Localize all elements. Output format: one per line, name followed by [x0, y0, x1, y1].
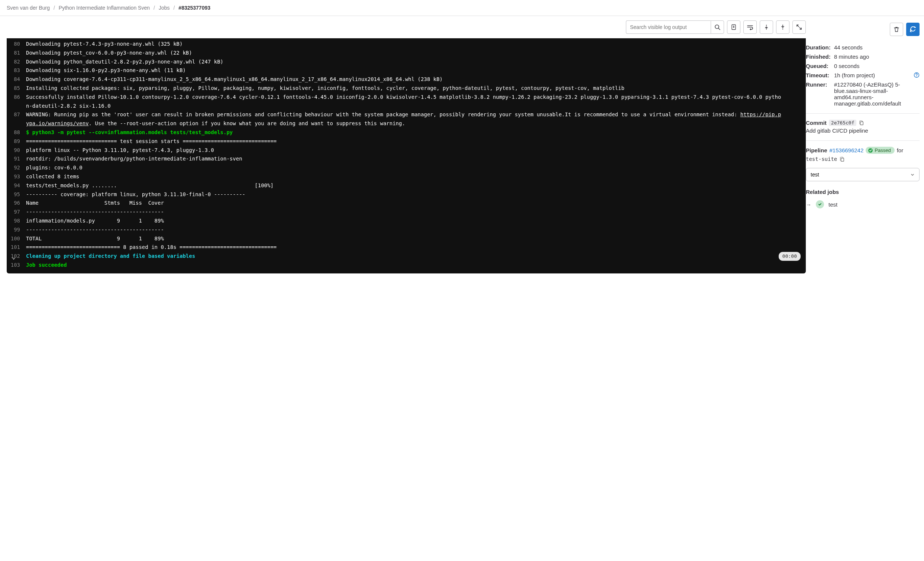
breadcrumb-sep: /	[54, 5, 55, 11]
line-number[interactable]: 93	[10, 172, 26, 181]
log-toolbar	[7, 16, 806, 38]
log-line: 100TOTAL 9 1 89%	[7, 235, 806, 243]
duration-badge: 00:00	[778, 252, 801, 261]
log-line: 101============================== 8 pass…	[7, 243, 806, 252]
log-text: TOTAL 9 1 89%	[26, 235, 186, 243]
log-line: 96Name Stmts Miss Cover	[7, 199, 806, 208]
svg-point-4	[782, 28, 783, 29]
queued-label: Queued:	[806, 63, 832, 69]
svg-line-1	[718, 28, 720, 30]
line-number[interactable]: 88	[10, 128, 26, 137]
commit-sha[interactable]: 2e765c0f	[829, 120, 857, 126]
log-text: Installing collected packages: six, pypa…	[26, 84, 647, 93]
check-icon	[818, 202, 822, 206]
log-line: 93collected 8 items	[7, 172, 806, 181]
timeout-label: Timeout:	[806, 72, 832, 78]
line-number[interactable]: 86	[10, 93, 26, 111]
log-text: Downloading pytest_cov-6.0.0-py3-none-an…	[26, 49, 214, 58]
line-number[interactable]: 81	[10, 49, 26, 58]
log-line: 91rootdir: /builds/svenvanderburg/python…	[7, 154, 806, 163]
pipeline-link[interactable]: #1536696242	[830, 147, 864, 153]
log-output[interactable]: 80Downloading pytest-7.4.3-py3-none-any.…	[7, 38, 806, 274]
log-text: collected 8 items	[26, 172, 102, 181]
log-line: 99--------------------------------------…	[7, 226, 806, 235]
pipeline-label: Pipeline	[806, 147, 827, 153]
download-raw-button[interactable]	[727, 21, 740, 34]
log-text: inflammation/models.py 9 1 89%	[26, 217, 186, 226]
queued-value: 0 seconds	[834, 63, 920, 69]
log-link[interactable]: https://pip.pypa.io/warnings/venv	[26, 111, 781, 126]
line-number[interactable]: 89	[10, 137, 26, 146]
breadcrumb-owner[interactable]: Sven van der Burg	[7, 5, 50, 11]
retry-job-button[interactable]	[906, 22, 920, 36]
line-number[interactable]: 91	[10, 154, 26, 163]
line-number[interactable]: 100	[10, 235, 26, 243]
search-button[interactable]	[711, 21, 724, 34]
log-text: plugins: cov-6.0.0	[26, 163, 105, 172]
log-text: Job succeeded	[26, 261, 89, 270]
log-text: ----------------------------------------…	[26, 226, 186, 235]
line-number[interactable]: 80	[10, 40, 26, 49]
breadcrumb-jobs[interactable]: Jobs	[159, 5, 170, 11]
line-number[interactable]: 96	[10, 199, 26, 208]
duration-label: Duration:	[806, 44, 832, 51]
duration-value: 44 seconds	[834, 44, 920, 51]
breadcrumb-sep: /	[153, 5, 155, 11]
status-text: Passed	[874, 148, 891, 153]
related-job-row[interactable]: → test	[806, 199, 920, 210]
log-line: 98inflammation/models.py 9 1 89%	[7, 217, 806, 226]
breadcrumb-project[interactable]: Python Intermediate Inflammation Sven	[59, 5, 150, 11]
log-text: Name Stmts Miss Cover	[26, 199, 186, 208]
branch-name[interactable]: test-suite	[806, 156, 837, 162]
related-jobs-heading: Related jobs	[806, 189, 920, 195]
log-text: $ python3 -m pytest --cov=inflammation.m…	[26, 128, 255, 137]
line-number[interactable]: 102	[10, 252, 26, 261]
log-line: 95---------- coverage: platform linux, p…	[7, 190, 806, 199]
finished-label: Finished:	[806, 54, 832, 60]
help-icon[interactable]	[914, 72, 920, 78]
wrap-lines-button[interactable]	[743, 21, 757, 34]
delete-job-button[interactable]	[890, 22, 903, 36]
arrow-right-icon: →	[806, 201, 812, 208]
log-text: tests/test_models.py ........ [100%]	[26, 181, 296, 190]
line-number[interactable]: 101	[10, 243, 26, 252]
line-number[interactable]: 90	[10, 146, 26, 155]
copy-sha-button[interactable]	[859, 120, 864, 126]
sidebar: Duration:44 seconds Finished:8 minutes a…	[806, 16, 924, 281]
line-number[interactable]: 92	[10, 163, 26, 172]
search-input[interactable]	[626, 21, 711, 34]
line-number[interactable]: 85	[10, 84, 26, 93]
runner-value: #12270840 (-AzERasQ) 5-blue.saas-linux-s…	[834, 81, 920, 107]
timeout-value: 1h (from project)	[834, 72, 911, 78]
line-number[interactable]: 97	[10, 208, 26, 217]
scroll-top-button[interactable]	[760, 21, 773, 34]
scroll-top-icon	[764, 24, 769, 30]
pipeline-for: for	[897, 147, 903, 153]
scroll-bottom-button[interactable]	[776, 21, 789, 34]
log-text: Downloading python_dateutil-2.8.2-py2.py…	[26, 58, 246, 66]
svg-rect-6	[861, 122, 863, 125]
copy-branch-button[interactable]	[839, 156, 845, 162]
line-number[interactable]: 103	[10, 261, 26, 270]
line-number[interactable]: 84	[10, 75, 26, 84]
status-badge: Passed	[866, 147, 894, 154]
search-icon	[714, 24, 720, 30]
line-number[interactable]: 87	[10, 110, 26, 128]
log-text: platform linux -- Python 3.11.10, pytest…	[26, 146, 236, 155]
line-number[interactable]: 99	[10, 226, 26, 235]
log-line: 87WARNING: Running pip as the 'root' use…	[7, 110, 806, 128]
finished-value: 8 minutes ago	[834, 54, 920, 60]
log-text: Downloading six-1.16.0-py2.py3-none-any.…	[26, 66, 208, 75]
line-number[interactable]: 95	[10, 190, 26, 199]
line-number[interactable]: 98	[10, 217, 26, 226]
line-number[interactable]: 94	[10, 181, 26, 190]
log-line: 102Cleaning up project directory and fil…	[7, 252, 806, 261]
scroll-bottom-icon	[780, 24, 785, 30]
copy-icon	[859, 120, 864, 126]
log-line: 83Downloading six-1.16.0-py2.py3-none-an…	[7, 66, 806, 75]
line-number[interactable]: 83	[10, 66, 26, 75]
job-select[interactable]: test	[806, 168, 920, 181]
svg-point-3	[766, 25, 767, 25]
line-number[interactable]: 82	[10, 58, 26, 66]
fullscreen-button[interactable]	[792, 21, 806, 34]
